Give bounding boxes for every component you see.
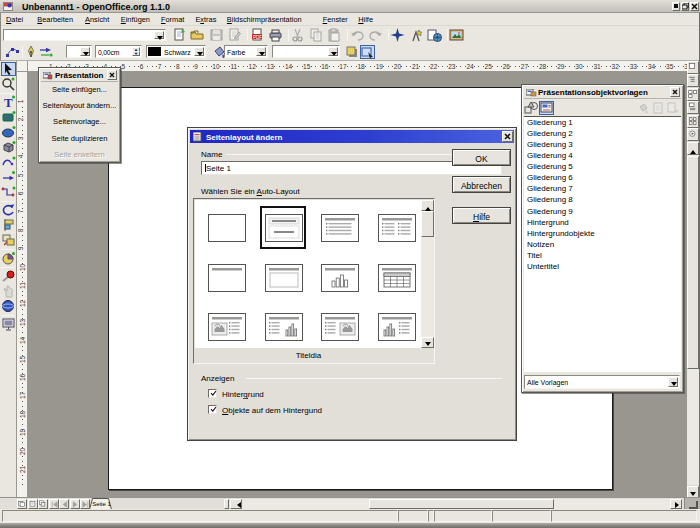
- area-color-dropdown[interactable]: [328, 47, 338, 56]
- first-slide-button[interactable]: [49, 499, 59, 509]
- alignment-icon[interactable]: [1, 218, 16, 232]
- vscrollbar-thumb[interactable]: [687, 156, 699, 369]
- floater-item-seite-duplizieren[interactable]: Seite duplizieren: [39, 131, 120, 147]
- menu-hilfe[interactable]: Hilfe: [358, 14, 373, 25]
- style-filter-combobox[interactable]: Alle Vorlagen: [524, 375, 680, 389]
- menu-extras[interactable]: Extras: [195, 14, 216, 25]
- stylist-icon[interactable]: [409, 28, 424, 42]
- zoom-icon[interactable]: [1, 77, 16, 91]
- vertical-ruler[interactable]: 123456789101112131415161718192021: [17, 72, 28, 497]
- layout-option-title-frame[interactable]: [265, 264, 303, 292]
- style-item-hintergrund[interactable]: Hintergrund: [524, 217, 681, 228]
- stylist-titlebar[interactable]: Präsentationsobjektvorlagen: [524, 87, 681, 99]
- cut-icon[interactable]: [290, 28, 305, 42]
- select-arrow-icon[interactable]: [1, 62, 16, 76]
- layout-option-title-two-columns[interactable]: [378, 214, 416, 242]
- background-objects-checkbox[interactable]: [208, 405, 217, 414]
- help-button[interactable]: Hilfe: [452, 207, 511, 224]
- area-style-dropdown[interactable]: [256, 47, 266, 56]
- shadow-icon[interactable]: [345, 45, 360, 59]
- menu-einfgen[interactable]: Einfügen: [121, 14, 150, 25]
- background-checkbox[interactable]: [208, 389, 217, 398]
- page-mode-button[interactable]: [17, 499, 27, 509]
- style-item-gliederung-7[interactable]: Gliederung 7: [524, 183, 681, 194]
- menu-datei[interactable]: Datei: [6, 14, 23, 25]
- style-item-gliederung-2[interactable]: Gliederung 2: [524, 128, 681, 139]
- url-combobox-dropdown[interactable]: [154, 31, 164, 39]
- line-style-combobox[interactable]: [66, 45, 92, 58]
- style-item-gliederung-6[interactable]: Gliederung 6: [524, 172, 681, 183]
- layout-scrollbar[interactable]: [421, 200, 434, 348]
- hscroll-right-button[interactable]: [670, 499, 682, 509]
- style-item-gliederung-9[interactable]: Gliederung 9: [524, 206, 681, 217]
- layout-scroll-thumb[interactable]: [421, 211, 434, 237]
- dialog-close-button[interactable]: [502, 131, 513, 142]
- menu-format[interactable]: Format: [161, 14, 184, 25]
- layout-option-blank[interactable]: [208, 214, 246, 242]
- line-width-spinner[interactable]: 0,00cm ▲ ▼: [95, 45, 142, 58]
- drawing-view-button[interactable]: [687, 61, 699, 74]
- edit-file-icon[interactable]: [227, 28, 242, 42]
- layout-scroll-up[interactable]: [421, 200, 434, 211]
- presentation-icon[interactable]: [1, 317, 16, 331]
- line-tool-icon[interactable]: [1, 170, 16, 184]
- horizontal-ruler[interactable]: 1234567891011121314151617181920212223242…: [28, 61, 687, 72]
- notes-view-button[interactable]: [687, 101, 699, 114]
- update-style-icon[interactable]: [666, 101, 681, 115]
- effects-icon[interactable]: [1, 269, 16, 283]
- vscroll-up-button[interactable]: [687, 142, 699, 155]
- hscrollbar-thumb[interactable]: [369, 499, 554, 509]
- style-item-untertitel[interactable]: Untertitel: [524, 261, 681, 272]
- floater-close-button[interactable]: [107, 70, 117, 80]
- style-filter-dropdown[interactable]: [668, 377, 678, 387]
- url-combobox[interactable]: [3, 29, 166, 41]
- master-mode-button[interactable]: [28, 499, 38, 509]
- fill-format-icon[interactable]: [636, 101, 651, 115]
- menu-bildschirmprsentation[interactable]: Bildschirmpräsentation: [227, 14, 302, 25]
- next-slide-button[interactable]: [70, 499, 80, 509]
- copy-icon[interactable]: [309, 28, 324, 42]
- insert-icon[interactable]: [1, 251, 16, 265]
- open-icon[interactable]: [190, 28, 205, 42]
- prev-slide-button[interactable]: [59, 499, 69, 509]
- menu-ansicht[interactable]: Ansicht: [85, 14, 109, 25]
- style-item-notizen[interactable]: Notizen: [524, 239, 681, 250]
- hscrollbar-splitter[interactable]: [224, 499, 229, 509]
- layout-option-title-chart[interactable]: [321, 264, 359, 292]
- print-icon[interactable]: [268, 28, 283, 42]
- ellipse-tool-icon[interactable]: [1, 125, 16, 139]
- line-width-down[interactable]: ▼: [132, 51, 140, 57]
- style-item-gliederung-8[interactable]: Gliederung 8: [524, 194, 681, 205]
- effects3d-icon[interactable]: [1, 299, 16, 313]
- layout-option-title-clipart-text[interactable]: [208, 313, 246, 341]
- rectangle-tool-icon[interactable]: [1, 110, 16, 124]
- layout-option-title-table[interactable]: [378, 264, 416, 292]
- paste-icon[interactable]: [327, 28, 342, 42]
- line-color-dropdown[interactable]: [194, 47, 204, 56]
- menu-fenster[interactable]: Fenster: [323, 14, 348, 25]
- cancel-button[interactable]: Abbrechen: [452, 176, 511, 193]
- edit-points-icon[interactable]: [5, 45, 20, 59]
- floater-item-seitenvorlage[interactable]: Seitenvorlage...: [39, 114, 120, 130]
- style-item-gliederung-3[interactable]: Gliederung 3: [524, 139, 681, 150]
- connector-tool-icon[interactable]: [1, 185, 16, 199]
- layout-option-title-text-chart[interactable]: [265, 313, 303, 341]
- curve-tool-icon[interactable]: [1, 155, 16, 169]
- export-pdf-icon[interactable]: PDF: [250, 28, 265, 42]
- arrow-style-icon[interactable]: [39, 45, 54, 59]
- hscroll-left-button[interactable]: [230, 499, 242, 509]
- style-item-gliederung-5[interactable]: Gliederung 5: [524, 161, 681, 172]
- layout-scroll-down[interactable]: [421, 337, 434, 348]
- area-style-combobox[interactable]: Farbe: [224, 45, 268, 58]
- dialog-titlebar[interactable]: Seitenlayout ändern: [190, 130, 514, 143]
- undo-icon[interactable]: [350, 28, 365, 42]
- new-style-icon[interactable]: [651, 101, 666, 115]
- style-item-hintergrundobjekte[interactable]: Hintergrundobjekte: [524, 228, 681, 239]
- style-item-gliederung-1[interactable]: Gliederung 1: [524, 117, 681, 128]
- hyperlink-icon[interactable]: [427, 28, 442, 42]
- handout-view-button[interactable]: [687, 115, 699, 128]
- line-pen-icon[interactable]: [24, 45, 39, 59]
- text-tool-icon[interactable]: T: [1, 95, 16, 109]
- objects3d-tool-icon[interactable]: [1, 140, 16, 154]
- minimize-button[interactable]: [672, 2, 680, 11]
